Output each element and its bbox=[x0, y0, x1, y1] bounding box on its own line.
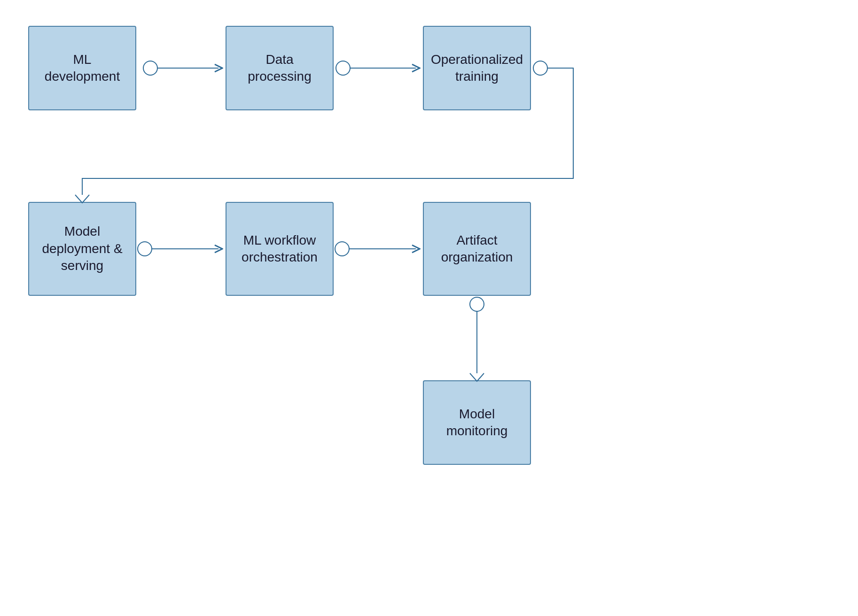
node-ml-development[interactable]: MLdevelopment bbox=[28, 26, 136, 110]
diagram-container: MLdevelopment Dataprocessing Operational… bbox=[0, 0, 858, 616]
node-ml-workflow[interactable]: ML workfloworchestration bbox=[226, 202, 334, 296]
connector-circle-2 bbox=[336, 61, 350, 75]
node-artifact-organization[interactable]: Artifactorganization bbox=[423, 202, 531, 296]
connector-circle-5 bbox=[335, 242, 349, 256]
connector-circle-1 bbox=[143, 61, 157, 75]
node-data-processing[interactable]: Dataprocessing bbox=[226, 26, 334, 110]
connector-circle-4 bbox=[138, 242, 152, 256]
node-model-deployment[interactable]: Modeldeployment &serving bbox=[28, 202, 136, 296]
connector-circle-3 bbox=[533, 61, 547, 75]
node-operationalized-training[interactable]: Operationalizedtraining bbox=[423, 26, 531, 110]
node-model-monitoring[interactable]: Modelmonitoring bbox=[423, 380, 531, 465]
connector-circle-6 bbox=[470, 297, 484, 311]
